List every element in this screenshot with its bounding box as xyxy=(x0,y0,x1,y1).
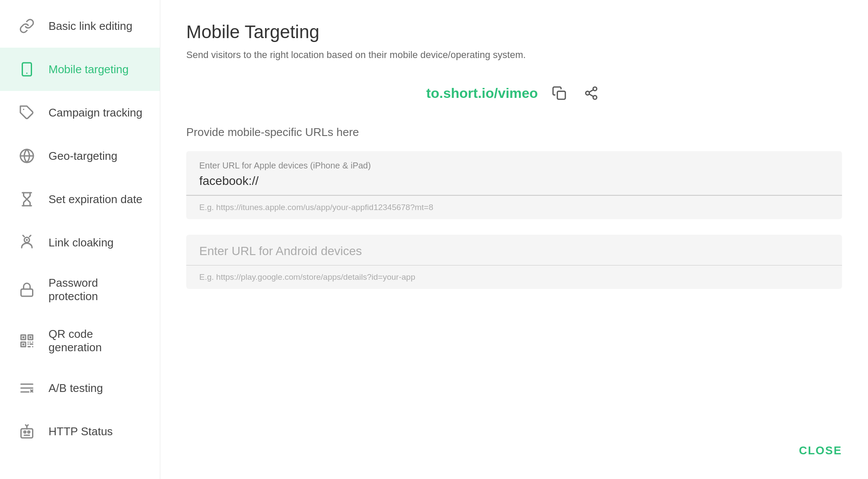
spy-icon xyxy=(17,233,36,252)
sidebar-item-http-status[interactable]: HTTP Status xyxy=(0,410,160,453)
sidebar-item-label: Link cloaking xyxy=(49,236,113,249)
sidebar-item-label: Set expiration date xyxy=(49,193,143,206)
share-button[interactable] xyxy=(580,82,602,104)
apple-input-label: Enter URL for Apple devices (iPhone & iP… xyxy=(199,161,829,171)
svg-line-38 xyxy=(589,94,593,97)
sidebar-item-basic-link-editing[interactable]: Basic link editing xyxy=(0,4,160,48)
svg-point-6 xyxy=(26,239,28,241)
sidebar-item-label: HTTP Status xyxy=(49,425,113,438)
robot-icon xyxy=(17,422,36,441)
apple-input-hint: E.g. https://itunes.apple.com/us/app/you… xyxy=(186,196,842,219)
tag-icon xyxy=(17,103,36,122)
section-label: Provide mobile-specific URLs here xyxy=(186,126,842,139)
svg-line-39 xyxy=(589,90,593,92)
page-subtitle: Send visitors to the right location base… xyxy=(186,49,842,61)
sidebar-item-label: Mobile targeting xyxy=(49,63,129,76)
sidebar-item-password-protection[interactable]: Password protection xyxy=(0,264,160,315)
svg-rect-13 xyxy=(23,337,25,339)
sidebar-item-link-cloaking[interactable]: Link cloaking xyxy=(0,221,160,264)
svg-rect-34 xyxy=(557,91,565,99)
svg-rect-9 xyxy=(21,289,33,297)
sidebar-item-ab-testing[interactable]: A/B testing xyxy=(0,366,160,410)
sidebar-item-qr-code-generation[interactable]: QR code generation xyxy=(0,315,160,366)
apple-url-group: Enter URL for Apple devices (iPhone & iP… xyxy=(186,151,842,195)
sidebar-item-label: Basic link editing xyxy=(49,19,133,33)
svg-point-30 xyxy=(28,431,30,433)
sidebar-item-set-expiration-date[interactable]: Set expiration date xyxy=(0,178,160,221)
hourglass-icon xyxy=(17,190,36,209)
link-icon xyxy=(17,16,36,36)
svg-point-29 xyxy=(24,431,26,433)
sidebar-item-label: Password protection xyxy=(49,276,143,303)
short-url-bar: to.short.io/vimeo xyxy=(186,82,842,104)
android-url-input[interactable] xyxy=(199,244,829,258)
globe-icon xyxy=(17,146,36,165)
short-url-link[interactable]: to.short.io/vimeo xyxy=(426,85,538,101)
close-button[interactable]: CLOSE xyxy=(799,444,842,457)
sidebar-item-label: QR code generation xyxy=(49,327,143,354)
sidebar-item-geo-targeting[interactable]: Geo-targeting xyxy=(0,134,160,178)
sidebar-item-label: Campaign tracking xyxy=(49,106,143,120)
sidebar-item-mobile-targeting[interactable]: Mobile targeting xyxy=(0,48,160,91)
qr-icon xyxy=(17,331,36,350)
sidebar-item-label: Geo-targeting xyxy=(49,149,117,163)
apple-url-input[interactable] xyxy=(199,174,829,195)
svg-line-8 xyxy=(29,236,31,237)
mobile-icon xyxy=(17,60,36,79)
svg-line-7 xyxy=(23,236,24,237)
lock-icon xyxy=(17,280,36,299)
main-content: Mobile Targeting Send visitors to the ri… xyxy=(160,0,868,479)
svg-line-33 xyxy=(27,425,28,426)
ab-icon xyxy=(17,379,36,398)
sidebar-item-label: A/B testing xyxy=(49,382,103,395)
svg-rect-15 xyxy=(23,343,25,346)
page-title: Mobile Targeting xyxy=(186,22,842,42)
sidebar-item-campaign-tracking[interactable]: Campaign tracking xyxy=(0,91,160,134)
sidebar: Basic link editing Mobile targeting Camp… xyxy=(0,0,160,479)
svg-rect-14 xyxy=(29,337,32,339)
android-url-group xyxy=(186,235,842,265)
svg-rect-28 xyxy=(21,429,33,438)
copy-button[interactable] xyxy=(548,82,570,104)
android-input-hint: E.g. https://play.google.com/store/apps/… xyxy=(186,265,842,289)
